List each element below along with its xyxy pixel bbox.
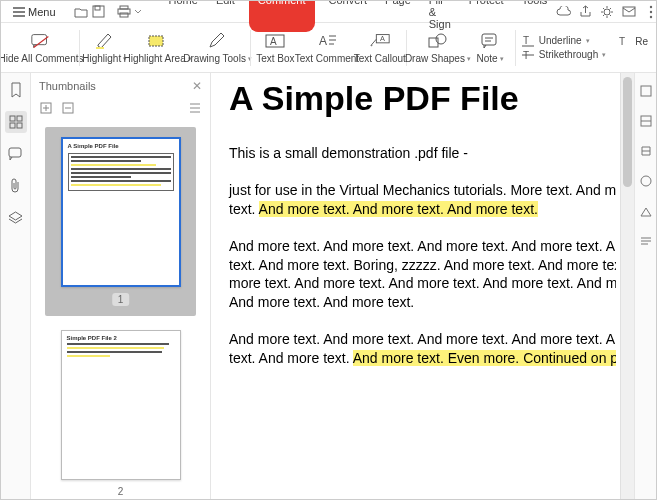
highlight-area-label: Highlight Area [123,53,185,64]
underline-button[interactable]: T Underline▾ [522,35,606,47]
text-box-button[interactable]: A Text Box [252,29,298,66]
paragraph: just for use in the Virtual Mechanics tu… [229,181,616,219]
settings-icon[interactable] [599,4,615,20]
svg-text:A: A [319,34,327,48]
drawing-tools-button[interactable]: Drawing Tools▾ [188,29,248,66]
svg-rect-27 [17,123,22,128]
hide-all-comments-button[interactable]: Hide All Comments [5,29,77,66]
share-icon[interactable] [577,4,593,20]
menubar: Menu Home Edit Comment Convert Page Fill… [1,1,656,23]
right-rail [634,73,656,499]
draw-shapes-button[interactable]: Draw Shapes▾ [409,29,467,66]
thumb-title: A Simple PDF File [63,139,179,151]
thumb-title: Simple PDF File 2 [62,331,180,343]
tab-page[interactable]: Page [381,0,415,32]
highlighted-text: And more text. Even more. Continued on p [353,350,616,366]
print-icon[interactable] [117,4,131,20]
svg-rect-11 [96,47,104,49]
tab-fill-sign[interactable]: Fill & Sign [425,0,455,32]
print-dropdown-icon[interactable] [135,4,141,20]
right-rail-item-5[interactable] [638,203,654,219]
svg-rect-20 [482,34,496,45]
highlight-button[interactable]: Highlight▾ [82,29,128,66]
svg-text:A: A [270,36,277,47]
text-callout-button[interactable]: A Text Callout [355,29,404,66]
thumbnail-page-1[interactable]: A Simple PDF File 1 [45,127,196,316]
svg-point-8 [650,10,652,12]
title-right-icons [555,4,657,20]
hide-all-label: Hide All Comments [0,53,84,64]
tab-home[interactable]: Home [165,0,202,32]
tab-convert[interactable]: Convert [325,0,372,32]
tab-edit[interactable]: Edit [212,0,239,32]
save-icon[interactable] [92,4,105,20]
thumbnails-toolbar [31,99,210,121]
hamburger-icon [13,7,25,17]
text-comment-icon: A [316,31,338,51]
highlight-icon [94,31,116,51]
thumb-zoom-out-icon[interactable] [61,101,75,115]
svg-text:T: T [619,36,625,47]
tab-protect[interactable]: Protect [465,0,508,32]
underline-icon: T [522,35,535,47]
note-button[interactable]: Note▾ [467,29,513,66]
menu-label: Menu [28,6,56,18]
thumbnails-list: A Simple PDF File 1 Simp [31,121,210,499]
more-icon[interactable] [643,4,657,20]
thumb-zoom-in-icon[interactable] [39,101,53,115]
thumb-page-num: 1 [112,293,130,306]
pencil-icon [207,31,229,51]
svg-point-7 [650,5,652,7]
scrollbar-thumb[interactable] [623,77,632,187]
paragraph: And more text. And more text. And more t… [229,237,616,313]
separator [515,30,516,66]
close-icon[interactable]: ✕ [192,79,202,93]
svg-text:A: A [380,34,385,43]
svg-point-9 [650,15,652,17]
right-rail-item-1[interactable] [638,83,654,99]
layers-rail-button[interactable] [5,207,27,229]
thumb-page-num: 2 [45,486,196,497]
highlight-area-button[interactable]: Highlight Area▾ [128,29,188,66]
svg-rect-1 [95,6,100,10]
svg-rect-18 [429,38,438,47]
text-comment-button[interactable]: A Text Comment [298,29,355,66]
text-markup-group: T Underline▾ T Strikethrough▾ [518,33,610,63]
thumbnails-rail-button[interactable] [5,111,27,133]
right-rail-item-4[interactable] [638,173,654,189]
right-rail-item-6[interactable] [638,233,654,249]
comments-rail-button[interactable] [5,143,27,165]
note-icon [479,31,501,51]
text-box-icon: A [264,31,286,51]
ribbon-toolbar: Hide All Comments Highlight▾ Highlight A… [1,23,656,73]
text-callout-icon: A [369,31,391,51]
strikethrough-button[interactable]: T Strikethrough▾ [522,49,606,61]
main-tabs: Home Edit Comment Convert Page Fill & Si… [165,0,552,32]
replace-label: Re [635,36,648,47]
attachments-rail-button[interactable] [5,175,27,197]
separator [250,30,251,66]
menu-button[interactable]: Menu [7,4,62,20]
chevron-down-icon: ▾ [602,51,606,59]
chevron-down-icon: ▾ [586,37,590,45]
mail-icon[interactable] [621,4,637,20]
svg-point-5 [604,9,610,15]
cloud-icon[interactable] [555,4,571,20]
vertical-scrollbar[interactable] [620,73,634,499]
right-rail-item-3[interactable] [638,143,654,159]
tab-tools[interactable]: Tools [518,0,552,32]
svg-rect-26 [10,123,15,128]
replace-button[interactable]: T Re [618,35,648,47]
open-file-icon[interactable] [74,4,88,20]
bookmarks-rail-button[interactable] [5,79,27,101]
svg-text:T: T [523,35,529,46]
thumb-options-icon[interactable] [188,101,202,115]
right-rail-item-2[interactable] [638,113,654,129]
paragraph: This is a small demonstration .pdf file … [229,144,616,163]
thumbnail-page-2[interactable]: Simple PDF File 2 2 [45,330,196,497]
tab-comment[interactable]: Comment [249,0,315,32]
document-viewport: A Simple PDF File This is a small demons… [211,73,634,499]
svg-rect-24 [10,116,15,121]
document-page[interactable]: A Simple PDF File This is a small demons… [211,73,616,499]
workarea: Thumbnails ✕ A Simple PDF File [1,73,656,499]
